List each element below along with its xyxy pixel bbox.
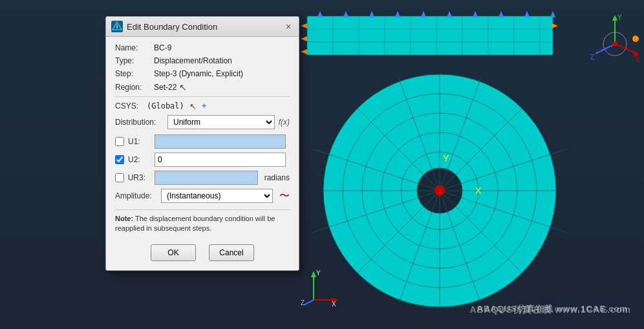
amplitude-icon: 〜	[279, 189, 290, 203]
svg-text:Y: Y	[316, 270, 321, 277]
svg-marker-12	[317, 11, 323, 17]
amplitude-row: Amplitude: (Instantaneous) 〜	[115, 189, 290, 203]
u1-row: U1:	[115, 134, 290, 149]
amplitude-label: Amplitude:	[115, 191, 157, 200]
dialog-body: Name: BC-9 Type: Displacement/Rotation S…	[106, 37, 299, 270]
ur3-row: UR3: radians	[115, 171, 290, 185]
u2-input[interactable]	[155, 153, 286, 167]
svg-line-51	[596, 44, 615, 54]
svg-marker-17	[447, 11, 452, 17]
name-value: BC-9	[154, 43, 171, 52]
u1-label: U1:	[128, 137, 151, 146]
note-label: Note:	[115, 215, 133, 222]
ur3-checkbox[interactable]	[115, 173, 124, 182]
svg-marker-25	[552, 23, 558, 28]
svg-marker-46	[612, 15, 617, 21]
svg-marker-15	[395, 11, 400, 17]
svg-rect-0	[307, 16, 553, 55]
svg-marker-20	[524, 11, 530, 17]
csys-label: CSYS:	[115, 101, 144, 111]
svg-marker-16	[421, 11, 426, 17]
svg-marker-23	[301, 36, 307, 41]
type-label: Type:	[115, 56, 154, 65]
svg-marker-24	[301, 49, 307, 54]
axes-bottom-left: Y X Z	[301, 268, 339, 306]
svg-text:Y: Y	[617, 14, 622, 21]
svg-point-53	[632, 36, 639, 42]
csys-row: CSYS: (Global) ↖ ⌖	[115, 101, 290, 111]
edit-boundary-condition-dialog: Edit Boundary Condition × Name: BC-9 Typ…	[105, 16, 299, 271]
distribution-label: Distribution:	[115, 118, 164, 127]
svg-text:Y: Y	[443, 153, 449, 164]
svg-marker-21	[550, 11, 555, 17]
type-value: Displacement/Rotation	[154, 56, 232, 65]
region-value[interactable]: Set-22 ↖	[154, 82, 187, 92]
abaqus-logo-icon	[111, 21, 123, 32]
u2-checkbox[interactable]	[115, 155, 124, 164]
name-label: Name:	[115, 43, 154, 52]
step-label: Step:	[115, 69, 154, 78]
svg-text:Z: Z	[301, 299, 305, 306]
dialog-titlebar[interactable]: Edit Boundary Condition ×	[106, 17, 299, 37]
divider-2	[115, 209, 290, 210]
dialog-close-button[interactable]: ×	[283, 21, 294, 32]
distribution-row: Distribution: Uniform f(x)	[115, 115, 290, 129]
dialog-buttons: OK Cancel	[115, 240, 290, 264]
csys-axis-icon[interactable]: ⌖	[202, 101, 206, 111]
axes-top-right: Y X Z	[589, 12, 641, 63]
rect-mesh-svg	[301, 10, 579, 61]
dialog-title-left: Edit Boundary Condition	[111, 21, 217, 32]
region-row: Region: Set-22 ↖	[115, 82, 290, 92]
region-cursor-icon: ↖	[179, 82, 187, 92]
csys-value: (Global)	[147, 101, 184, 111]
svg-marker-14	[369, 11, 374, 17]
u2-label: U2:	[128, 155, 151, 164]
step-row: Step: Step-3 (Dynamic, Explicit)	[115, 69, 290, 78]
fx-button[interactable]: f(x)	[279, 118, 290, 127]
svg-text:X: X	[332, 301, 336, 306]
svg-marker-13	[343, 11, 349, 17]
type-row: Type: Displacement/Rotation	[115, 56, 290, 65]
note-section: Note: The displacement boundary conditio…	[115, 214, 290, 234]
ur3-label: UR3:	[128, 173, 151, 182]
mesh-container: Y X Y X Z	[297, 0, 644, 329]
divider-1	[115, 96, 290, 97]
ur3-unit: radians	[264, 173, 290, 182]
u1-checkbox[interactable]	[115, 137, 124, 146]
distribution-select[interactable]: Uniform	[167, 115, 275, 129]
svg-text:Z: Z	[590, 54, 594, 61]
step-value: Step-3 (Dynamic, Explicit)	[154, 69, 243, 78]
amplitude-select[interactable]: (Instantaneous)	[161, 189, 273, 203]
name-row: Name: BC-9	[115, 43, 290, 52]
u2-row: U2:	[115, 153, 290, 167]
abaqus-watermark: ABAQUS仿真在线 www.1CAE.com	[477, 303, 628, 315]
ok-button[interactable]: OK	[151, 244, 196, 261]
cancel-button[interactable]: Cancel	[209, 244, 254, 261]
csys-cursor-icon[interactable]: ↖	[189, 101, 197, 111]
svg-marker-19	[499, 11, 504, 17]
u1-input[interactable]	[155, 134, 286, 149]
svg-marker-18	[473, 11, 478, 17]
region-label: Region:	[115, 83, 154, 92]
svg-marker-56	[311, 271, 316, 277]
svg-point-41	[435, 186, 445, 196]
svg-line-61	[304, 300, 314, 305]
dialog-title-text: Edit Boundary Condition	[127, 22, 217, 32]
svg-text:X: X	[636, 56, 640, 63]
ur3-input[interactable]	[155, 171, 258, 185]
svg-text:X: X	[475, 186, 482, 196]
circle-mesh-svg: Y X	[297, 65, 588, 323]
viewport: Y X Y X Z Y	[0, 0, 644, 329]
note-text: The displacement boundary condition will…	[115, 215, 275, 232]
svg-point-54	[612, 41, 617, 47]
svg-marker-22	[301, 23, 307, 28]
